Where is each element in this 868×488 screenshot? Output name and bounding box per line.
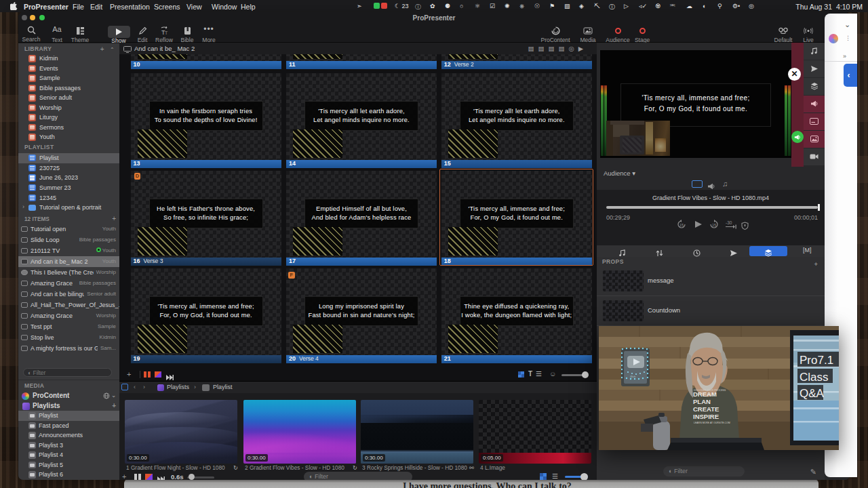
svg-text:Pro7.1: Pro7.1 bbox=[800, 354, 833, 367]
svg-text:@ch: @ch bbox=[630, 375, 635, 378]
svg-text:DISCOVER YOUR PROCESS: DISCOVER YOUR PROCESS bbox=[694, 389, 726, 392]
svg-text:LEARN MORE AT OURSITE.COM: LEARN MORE AT OURSITE.COM bbox=[694, 422, 730, 424]
svg-text:T: T bbox=[165, 30, 168, 35]
svg-text:INSPIRE: INSPIRE bbox=[693, 413, 719, 420]
svg-text:Class: Class bbox=[800, 371, 829, 384]
svg-text:-30: -30 bbox=[726, 220, 732, 225]
svg-text:15: 15 bbox=[679, 223, 684, 227]
svg-text:PLAN: PLAN bbox=[693, 398, 711, 405]
svg-text:15: 15 bbox=[712, 223, 716, 227]
svg-text:CREATE: CREATE bbox=[693, 405, 719, 413]
svg-text:Q&A: Q&A bbox=[800, 387, 825, 400]
